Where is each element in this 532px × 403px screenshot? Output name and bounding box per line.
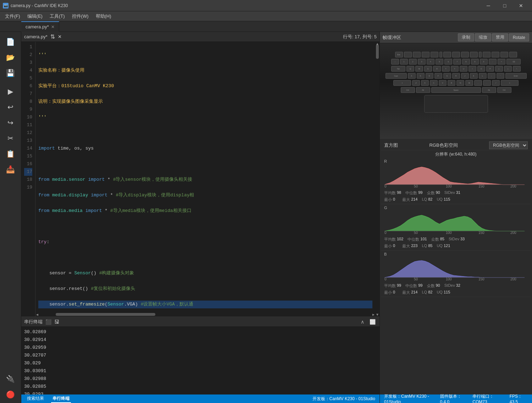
histogram-colorspace: RGB色彩空间 (398, 142, 489, 149)
histogram-r-channel: R 0 50 100 150 200 (381, 159, 531, 204)
g-label: G (381, 206, 531, 210)
editor-close-icon[interactable]: ✕ (58, 34, 62, 39)
record-button[interactable]: 录制 (458, 33, 474, 41)
sidebar-run-icon[interactable]: ▶ (4, 84, 18, 99)
g-histogram-svg: 0 50 100 150 200 (383, 210, 528, 235)
terminal-icon-2[interactable]: 🖫 (54, 319, 59, 325)
sidebar-redo-icon[interactable]: ↪ (4, 116, 18, 130)
titlebar-controls: ─ □ ✕ (480, 0, 529, 11)
terminal-header-right: ∧ ⬜ (358, 318, 377, 326)
code-content[interactable]: ''' 实验名称：摄像头使用 实验平台：01Studio CanMV K230 … (35, 42, 375, 317)
r-stdev: 31 (456, 190, 460, 196)
code-line-2: 实验名称：摄像头使用 (38, 67, 372, 74)
code-line-1: ''' (38, 51, 372, 59)
tab-close-icon[interactable]: ✕ (51, 24, 55, 29)
code-line-15: sensor = Sensor() #构建摄像头对象 (38, 269, 372, 277)
g-stats: 平均数102 中位数101 众数85 StDev33 (381, 236, 531, 243)
b-stdev: 32 (456, 283, 460, 289)
terminal-line-8: 30.02885 (24, 383, 377, 391)
g-max: 223 (411, 244, 417, 249)
svg-text:0: 0 (384, 231, 387, 235)
line-numbers: 1 2 3 4 5 6 7 8 9 10 11 12 13 14 15 16 1 (21, 42, 35, 317)
r-stats-2: 最小0 最大214 LQ82 UQ115 (381, 196, 531, 203)
svg-text:150: 150 (478, 184, 484, 188)
svg-text:150: 150 (478, 277, 484, 281)
g-median: 101 (420, 237, 427, 242)
statusbar-tabs: 搜索结果 串行终端 (26, 395, 71, 403)
sidebar-stop-icon[interactable]: 🔴 (4, 387, 18, 402)
svg-text:200: 200 (510, 277, 516, 281)
svg-text:100: 100 (446, 277, 452, 281)
code-line-7: import time, os, sys (38, 145, 372, 152)
bottom-statusbar: 开发板：CanMV K230 - 01Studio 固件版本：0.4.0 串行端… (380, 394, 532, 403)
g-min: 0 (393, 244, 395, 249)
touchpad (424, 95, 488, 113)
terminal-collapse-btn[interactable]: ∧ (358, 318, 367, 326)
maximize-button[interactable]: □ (497, 0, 513, 11)
sidebar-download-icon[interactable]: 📥 (4, 162, 18, 177)
code-line-17: sensor.set_framesize(Sensor.VGA) #设置帧大小V… (38, 301, 372, 308)
minimize-button[interactable]: ─ (480, 0, 497, 11)
disable-button[interactable]: 禁用 (492, 33, 508, 41)
code-line-13: try: (38, 238, 372, 246)
terminal-icon-1[interactable]: ⬛ (45, 319, 51, 325)
menu-controls[interactable]: 控件(W) (68, 12, 92, 21)
terminal-line-4: 30.02707 (24, 352, 377, 359)
code-line-16: sensor.reset() #复位和初始化摄像头 (38, 285, 372, 293)
terminal-content: 30.02869 30.02914 30.02959 30.02707 30.0… (21, 327, 379, 394)
tab-serial-terminal[interactable]: 串行终端 (51, 395, 71, 403)
terminal-line-2: 30.02914 (24, 336, 377, 344)
sidebar-open-icon[interactable]: 📂 (4, 50, 18, 65)
editor-arrows[interactable]: ⇅ (50, 33, 55, 40)
framebuffer-title: 帧缓冲区 (383, 34, 401, 41)
tab-search-results[interactable]: 搜索结果 (26, 395, 45, 403)
sidebar-copy-icon[interactable]: 📋 (4, 147, 18, 161)
editor-header: camera.py* ⇅ ✕ 行号: 17, 列号: 5 (21, 32, 379, 42)
framebuffer-header: 帧缓冲区 录制 缩放 禁用 Rotate (380, 32, 532, 43)
g-uq: 121 (444, 244, 450, 249)
editor-area: camera.py* ⇅ ✕ 行号: 17, 列号: 5 1 2 3 4 5 6… (21, 32, 379, 403)
framebuffer-header-right: 录制 缩放 禁用 Rotate (458, 33, 529, 41)
terminal-line-6: 30.03091 (24, 367, 377, 375)
svg-text:100: 100 (446, 184, 452, 188)
b-lq: 82 (428, 290, 432, 295)
menu-file[interactable]: 文件(F) (1, 12, 24, 21)
sidebar-cut-icon[interactable]: ✂ (4, 131, 18, 145)
menu-tools[interactable]: 工具(T) (46, 12, 68, 21)
b-stats: 平均数99 中位数99 众数90 StDev32 (381, 282, 531, 289)
sidebar: 📄 📂 💾 ▶ ↩ ↪ ✂ 📋 📥 🔌 🔴 (0, 32, 21, 403)
editor-hscrollbar[interactable]: ◄ ► (35, 312, 375, 317)
tab-label: camera.py* (26, 24, 49, 29)
rotate-button[interactable]: Rotate (509, 33, 529, 41)
tab-camera-py[interactable]: camera.py* ✕ (21, 21, 59, 32)
code-line-10: from media.display import * #导入display模块… (38, 191, 372, 199)
titlebar-left: 📷 camera.py - CanMV IDE K230 (3, 3, 68, 9)
right-panel: 帧缓冲区 录制 缩放 禁用 Rotate Esc (379, 32, 532, 403)
editor-filename: camera.py* (24, 34, 48, 39)
code-line-9: from media.sensor import * #导入sensor模块，使… (38, 176, 372, 184)
r-histogram-svg: 0 50 100 150 200 (383, 163, 528, 188)
editor-scrollbar[interactable]: ▲ ▼ (375, 42, 379, 317)
close-button[interactable]: ✕ (513, 0, 529, 11)
histogram-g-channel: G 0 50 100 150 200 平均数102 中位数101 (381, 206, 531, 251)
sidebar-undo-icon[interactable]: ↩ (4, 100, 18, 114)
svg-text:50: 50 (414, 231, 418, 235)
colorspace-select[interactable]: RGB色彩空间 (489, 141, 528, 149)
terminal-expand-btn[interactable]: ⬜ (368, 318, 377, 326)
code-line-5: ''' (38, 113, 372, 121)
svg-text:200: 200 (510, 184, 516, 188)
svg-text:50: 50 (414, 184, 418, 188)
app-icon: 📷 (3, 3, 9, 9)
zoom-button[interactable]: 缩放 (475, 33, 491, 41)
histogram-header: 直方图 RGB色彩空间 RGB色彩空间 (381, 140, 531, 150)
menu-edit[interactable]: 编辑(E) (24, 12, 46, 21)
menu-help[interactable]: 帮助(H) (92, 12, 115, 21)
resolution-label: 分辨率 (w:640, h:480) (381, 150, 531, 158)
r-median: 99 (418, 190, 422, 196)
sidebar-new-icon[interactable]: 📄 (4, 35, 18, 49)
sidebar-connect-icon[interactable]: 🔌 (4, 372, 18, 386)
sidebar-save-icon[interactable]: 💾 (4, 66, 18, 80)
code-editor[interactable]: 1 2 3 4 5 6 7 8 9 10 11 12 13 14 15 16 1 (21, 42, 379, 317)
b-histogram-svg: 0 50 100 150 200 (383, 256, 528, 281)
editor-position: 行号: 17, 列号: 5 (343, 34, 377, 40)
